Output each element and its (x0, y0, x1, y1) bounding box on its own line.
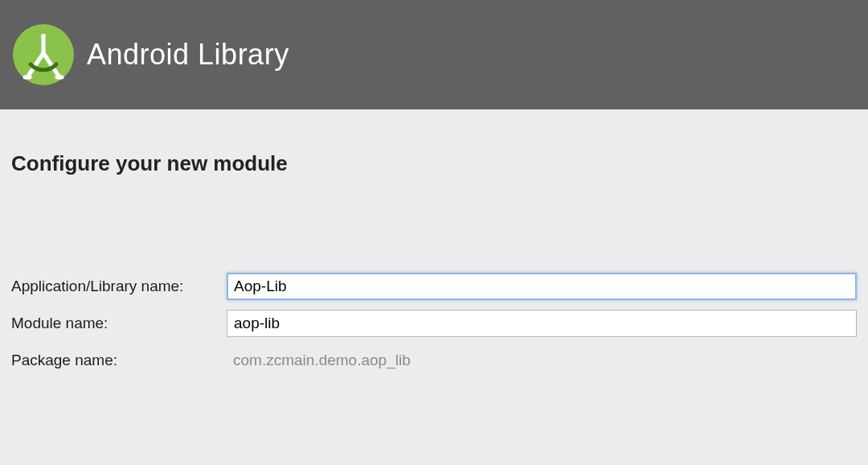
app-name-label: Application/Library name: (11, 278, 227, 295)
dialog-content: Configure your new module Application/Li… (0, 109, 868, 369)
android-studio-icon (11, 23, 76, 87)
form-row-module-name: Module name: (11, 310, 857, 337)
package-name-value: com.zcmain.demo.aop_lib (227, 352, 411, 369)
module-name-label: Module name: (11, 315, 227, 332)
section-title: Configure your new module (11, 151, 857, 176)
header-title: Android Library (87, 38, 289, 72)
form-row-app-name: Application/Library name: (11, 273, 857, 300)
package-name-label: Package name: (11, 352, 227, 369)
module-name-input[interactable] (227, 310, 857, 337)
form-row-package-name: Package name: com.zcmain.demo.aop_lib (11, 352, 857, 369)
app-name-input[interactable] (227, 273, 857, 300)
dialog-header: Android Library (0, 0, 868, 109)
